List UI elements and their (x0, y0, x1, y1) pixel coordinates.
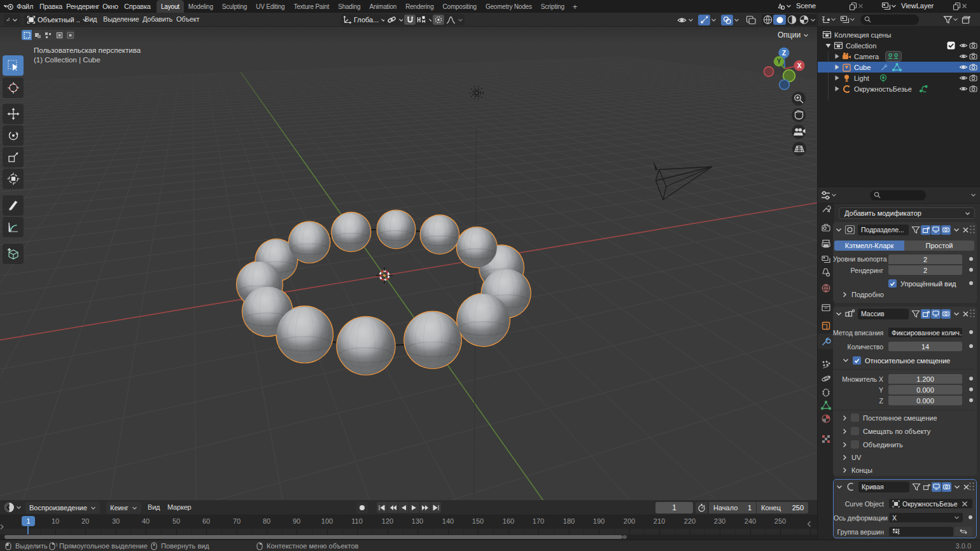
svg-text:X: X (797, 62, 802, 69)
svg-text:Z: Z (782, 50, 786, 57)
svg-text:Y: Y (777, 58, 781, 65)
